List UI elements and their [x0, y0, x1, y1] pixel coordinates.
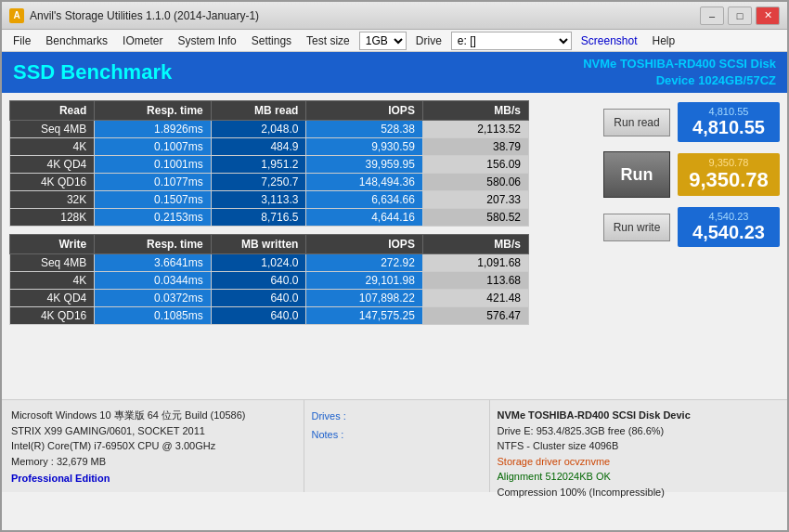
- write-cell: 4K QD4: [10, 290, 95, 307]
- write-cell: 0.1085ms: [95, 307, 211, 325]
- read-cell: 1.8926ms: [95, 121, 211, 138]
- menu-settings[interactable]: Settings: [244, 32, 299, 49]
- drive-name-line1: NVMe TOSHIBA-RD400 SCSI Disk: [583, 56, 776, 72]
- tables-area: Read Resp. time MB read IOPS MB/s Seq 4M…: [2, 93, 537, 399]
- iops-col-header: IOPS: [306, 101, 422, 121]
- total-score-small: 9,350.78: [687, 157, 770, 168]
- sys-info-line1: Microsoft Windows 10 專業版 64 位元 Build (10…: [11, 408, 294, 423]
- resp-time-col-header: Resp. time: [95, 101, 211, 121]
- test-size-select[interactable]: 1GB: [359, 32, 407, 50]
- read-cell: 3,113.3: [211, 191, 306, 209]
- write-cell: 29,101.98: [306, 272, 422, 290]
- app-title: Anvil's Storage Utilities 1.1.0 (2014-Ja…: [30, 9, 700, 22]
- drives-panel: Drives : Notes :: [304, 400, 489, 492]
- header-banner: SSD Benchmark NVMe TOSHIBA-RD400 SCSI Di…: [2, 52, 787, 93]
- read-cell: Seq 4MB: [10, 121, 95, 138]
- read-cell: 0.1507ms: [95, 191, 211, 209]
- write-cell: 107,898.22: [306, 290, 422, 307]
- run-write-block: Run write 4,540.23 4,540.23: [544, 207, 780, 247]
- read-cell: 0.1077ms: [95, 174, 211, 191]
- write-cell: Seq 4MB: [10, 254, 95, 272]
- read-cell: 156.09: [422, 156, 528, 174]
- read-cell: 148,494.36: [306, 174, 422, 191]
- run-all-button[interactable]: Run: [603, 151, 670, 198]
- read-cell: 4K: [10, 138, 95, 156]
- write-cell: 640.0: [211, 272, 306, 290]
- write-cell: 0.0372ms: [95, 290, 211, 307]
- write-cell: 421.48: [422, 290, 528, 307]
- read-cell: 4,644.16: [306, 209, 422, 227]
- run-read-block: Run read 4,810.55 4,810.55: [544, 102, 780, 142]
- read-cell: 0.1001ms: [95, 156, 211, 174]
- read-cell: 9,930.59: [306, 138, 422, 156]
- sys-info-line3: Intel(R) Core(TM) i7-6950X CPU @ 3.00GHz: [11, 438, 294, 454]
- write-table: Write Resp. time MB written IOPS MB/s Se…: [9, 234, 529, 325]
- menu-file[interactable]: File: [6, 32, 38, 49]
- ssd-benchmark-title: SSD Benchmark: [13, 60, 172, 84]
- write-cell: 113.68: [422, 272, 528, 290]
- write-cell: 576.47: [422, 307, 528, 325]
- nvme-line5: Alignment 512024KB OK: [498, 469, 781, 485]
- run-write-button[interactable]: Run write: [603, 214, 670, 241]
- write-cell: 3.6641ms: [95, 254, 211, 272]
- sys-info-line2: STRIX X99 GAMING/0601, SOCKET 2011: [11, 423, 294, 439]
- read-cell: 32K: [10, 191, 95, 209]
- main-content: Read Resp. time MB read IOPS MB/s Seq 4M…: [2, 93, 787, 399]
- sys-info-line4: Memory : 32,679 MB: [11, 454, 294, 470]
- drive-info: NVMe TOSHIBA-RD400 SCSI Disk Device 1024…: [583, 56, 776, 89]
- read-cell: 528.38: [306, 121, 422, 138]
- read-cell: 4K QD16: [10, 174, 95, 191]
- read-cell: 8,716.5: [211, 209, 306, 227]
- nvme-line1: Drive E: 953.4/825.3GB free (86.6%): [498, 423, 781, 439]
- drive-select[interactable]: e: []: [451, 32, 572, 50]
- menu-system-info[interactable]: System Info: [170, 32, 243, 49]
- right-panel: Run read 4,810.55 4,810.55 Run 9,350.78 …: [537, 93, 787, 399]
- read-cell: 7,250.7: [211, 174, 306, 191]
- read-cell: 2,048.0: [211, 121, 306, 138]
- read-score-small: 4,810.55: [687, 106, 770, 117]
- read-cell: 580.06: [422, 174, 528, 191]
- menu-iometer[interactable]: IOmeter: [115, 32, 170, 49]
- read-cell: 484.9: [211, 138, 306, 156]
- read-score-big: 4,810.55: [687, 117, 770, 138]
- menu-screenshot[interactable]: Screenshot: [574, 32, 645, 49]
- pro-edition-label: Professional Edition: [11, 471, 294, 487]
- read-cell: 4K QD4: [10, 156, 95, 174]
- menu-test-size[interactable]: Test size: [299, 32, 357, 49]
- menu-help[interactable]: Help: [645, 32, 683, 49]
- minimize-button[interactable]: –: [700, 6, 724, 25]
- menu-drive[interactable]: Drive: [408, 32, 449, 49]
- read-cell: 2,113.52: [422, 121, 528, 138]
- app-icon: A: [9, 8, 24, 23]
- write-cell: 4K QD16: [10, 307, 95, 325]
- run-all-block: Run 9,350.78 9,350.78: [544, 151, 780, 198]
- write-score-small: 4,540.23: [687, 211, 770, 222]
- mb-read-col-header: MB read: [211, 101, 306, 121]
- nvme-info-panel: NVMe TOSHIBA-RD400 SCSI Disk Devic Drive…: [489, 400, 788, 492]
- read-cell: 0.2153ms: [95, 209, 211, 227]
- read-cell: 128K: [10, 209, 95, 227]
- run-read-button[interactable]: Run read: [603, 109, 670, 136]
- write-resp-time-col-header: Resp. time: [95, 235, 211, 254]
- title-bar: A Anvil's Storage Utilities 1.1.0 (2014-…: [2, 2, 787, 30]
- read-col-header: Read: [10, 101, 95, 121]
- sys-info-panel: Microsoft Windows 10 專業版 64 位元 Build (10…: [2, 400, 304, 492]
- menu-bar: File Benchmarks IOmeter System Info Sett…: [2, 30, 787, 52]
- write-mbs-col-header: MB/s: [422, 235, 528, 254]
- nvme-line3: Storage driver ocvznvme: [498, 454, 781, 470]
- maximize-button[interactable]: □: [728, 6, 752, 25]
- read-cell: 6,634.66: [306, 191, 422, 209]
- notes-label: Notes :: [312, 426, 482, 445]
- write-cell: 640.0: [211, 290, 306, 307]
- read-cell: 207.33: [422, 191, 528, 209]
- write-col-header: Write: [10, 235, 95, 254]
- menu-benchmarks[interactable]: Benchmarks: [38, 32, 115, 49]
- mbs-col-header: MB/s: [422, 101, 528, 121]
- read-table: Read Resp. time MB read IOPS MB/s Seq 4M…: [9, 100, 529, 227]
- write-cell: 1,091.68: [422, 254, 528, 272]
- mb-written-col-header: MB written: [211, 235, 306, 254]
- write-cell: 147,575.25: [306, 307, 422, 325]
- read-score-display: 4,810.55 4,810.55: [678, 102, 780, 142]
- close-button[interactable]: ✕: [756, 6, 780, 25]
- nvme-line6: Compression 100% (Incompressible): [498, 485, 781, 500]
